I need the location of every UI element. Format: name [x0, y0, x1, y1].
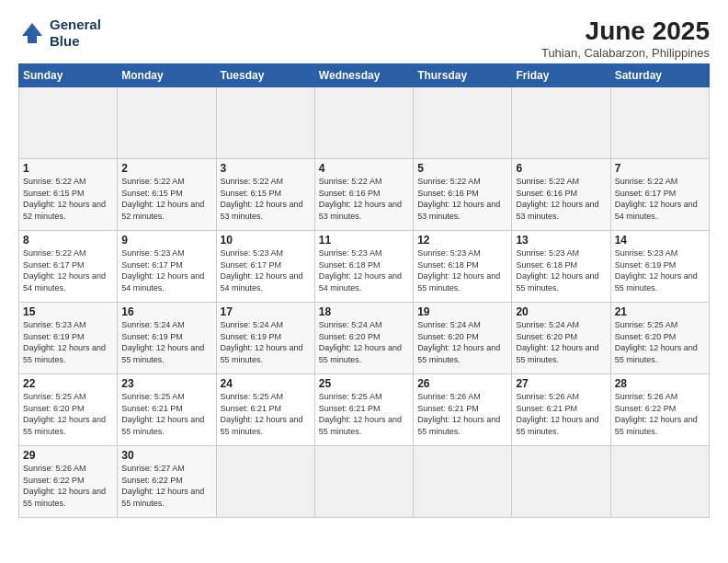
weekday-header: Sunday	[19, 64, 118, 87]
calendar-cell: 17Sunrise: 5:24 AMSunset: 6:19 PMDayligh…	[216, 303, 314, 374]
calendar-table: SundayMondayTuesdayWednesdayThursdayFrid…	[18, 63, 710, 518]
calendar-cell	[314, 87, 413, 159]
calendar-cell: 12Sunrise: 5:23 AMSunset: 6:18 PMDayligh…	[414, 231, 512, 303]
calendar-cell	[216, 87, 314, 159]
calendar-cell: 14Sunrise: 5:23 AMSunset: 6:19 PMDayligh…	[610, 231, 709, 303]
cell-info: Sunrise: 5:25 AMSunset: 6:20 PMDaylight:…	[23, 391, 113, 437]
day-number: 17	[221, 305, 311, 318]
calendar-cell: 25Sunrise: 5:25 AMSunset: 6:21 PMDayligh…	[314, 374, 413, 446]
calendar-cell: 6Sunrise: 5:22 AMSunset: 6:16 PMDaylight…	[512, 159, 610, 231]
calendar-cell: 29Sunrise: 5:26 AMSunset: 6:22 PMDayligh…	[19, 446, 118, 518]
calendar-cell: 16Sunrise: 5:24 AMSunset: 6:19 PMDayligh…	[118, 303, 216, 374]
day-number: 28	[615, 377, 705, 390]
cell-info: Sunrise: 5:22 AMSunset: 6:17 PMDaylight:…	[23, 247, 113, 293]
day-number: 25	[319, 377, 409, 390]
cell-info: Sunrise: 5:25 AMSunset: 6:20 PMDaylight:…	[615, 319, 705, 365]
header: General Blue June 2025 Tuhian, Calabarzo…	[18, 17, 710, 60]
calendar-cell	[216, 446, 314, 518]
calendar-cell: 8Sunrise: 5:22 AMSunset: 6:17 PMDaylight…	[19, 231, 118, 303]
calendar-cell: 26Sunrise: 5:26 AMSunset: 6:21 PMDayligh…	[414, 374, 512, 446]
weekday-header: Thursday	[414, 64, 512, 87]
calendar-cell: 18Sunrise: 5:24 AMSunset: 6:20 PMDayligh…	[314, 303, 413, 374]
calendar-cell: 24Sunrise: 5:25 AMSunset: 6:21 PMDayligh…	[216, 374, 314, 446]
day-number: 8	[23, 234, 113, 247]
calendar-week: 22Sunrise: 5:25 AMSunset: 6:20 PMDayligh…	[19, 374, 710, 446]
day-number: 18	[319, 305, 409, 318]
calendar-week: 1Sunrise: 5:22 AMSunset: 6:15 PMDaylight…	[19, 159, 710, 231]
cell-info: Sunrise: 5:26 AMSunset: 6:21 PMDaylight:…	[516, 391, 606, 437]
calendar-cell: 15Sunrise: 5:23 AMSunset: 6:19 PMDayligh…	[19, 303, 118, 374]
day-number: 13	[516, 234, 606, 247]
calendar-cell: 20Sunrise: 5:24 AMSunset: 6:20 PMDayligh…	[512, 303, 610, 374]
day-number: 9	[121, 234, 211, 247]
day-number: 23	[121, 377, 211, 390]
day-number: 5	[417, 162, 507, 175]
cell-info: Sunrise: 5:23 AMSunset: 6:19 PMDaylight:…	[615, 247, 705, 293]
cell-info: Sunrise: 5:22 AMSunset: 6:16 PMDaylight:…	[516, 176, 606, 222]
cell-info: Sunrise: 5:24 AMSunset: 6:20 PMDaylight:…	[516, 319, 606, 365]
calendar-cell: 2Sunrise: 5:22 AMSunset: 6:15 PMDaylight…	[118, 159, 216, 231]
calendar-cell: 19Sunrise: 5:24 AMSunset: 6:20 PMDayligh…	[414, 303, 512, 374]
day-number: 6	[516, 162, 606, 175]
calendar-week: 15Sunrise: 5:23 AMSunset: 6:19 PMDayligh…	[19, 303, 710, 374]
calendar-cell: 30Sunrise: 5:27 AMSunset: 6:22 PMDayligh…	[118, 446, 216, 518]
cell-info: Sunrise: 5:22 AMSunset: 6:15 PMDaylight:…	[23, 176, 113, 222]
day-number: 10	[221, 234, 311, 247]
calendar-cell: 4Sunrise: 5:22 AMSunset: 6:16 PMDaylight…	[314, 159, 413, 231]
day-number: 26	[417, 377, 507, 390]
calendar-cell	[314, 446, 413, 518]
calendar-cell: 21Sunrise: 5:25 AMSunset: 6:20 PMDayligh…	[610, 303, 709, 374]
cell-info: Sunrise: 5:23 AMSunset: 6:17 PMDaylight:…	[121, 247, 211, 293]
day-number: 19	[417, 305, 507, 318]
day-number: 20	[516, 305, 606, 318]
cell-info: Sunrise: 5:24 AMSunset: 6:19 PMDaylight:…	[121, 319, 211, 365]
cell-info: Sunrise: 5:23 AMSunset: 6:18 PMDaylight:…	[417, 247, 507, 293]
calendar-cell: 22Sunrise: 5:25 AMSunset: 6:20 PMDayligh…	[19, 374, 118, 446]
calendar-cell: 28Sunrise: 5:26 AMSunset: 6:22 PMDayligh…	[610, 374, 709, 446]
cell-info: Sunrise: 5:22 AMSunset: 6:15 PMDaylight:…	[221, 176, 311, 222]
logo-line1: General	[50, 17, 101, 33]
cell-info: Sunrise: 5:22 AMSunset: 6:16 PMDaylight:…	[417, 176, 507, 222]
calendar-week: 29Sunrise: 5:26 AMSunset: 6:22 PMDayligh…	[19, 446, 710, 518]
calendar-cell: 9Sunrise: 5:23 AMSunset: 6:17 PMDaylight…	[118, 231, 216, 303]
day-number: 22	[23, 377, 113, 390]
day-number: 16	[121, 305, 211, 318]
calendar-cell	[512, 446, 610, 518]
calendar-cell	[610, 446, 709, 518]
cell-info: Sunrise: 5:23 AMSunset: 6:19 PMDaylight:…	[23, 319, 113, 365]
weekday-header: Wednesday	[314, 64, 413, 87]
weekday-header: Saturday	[610, 64, 709, 87]
cell-info: Sunrise: 5:26 AMSunset: 6:21 PMDaylight:…	[417, 391, 507, 437]
cell-info: Sunrise: 5:25 AMSunset: 6:21 PMDaylight:…	[221, 391, 311, 437]
cell-info: Sunrise: 5:23 AMSunset: 6:18 PMDaylight:…	[516, 247, 606, 293]
cell-info: Sunrise: 5:23 AMSunset: 6:18 PMDaylight:…	[319, 247, 409, 293]
calendar-page: General Blue June 2025 Tuhian, Calabarzo…	[0, 0, 728, 563]
cell-info: Sunrise: 5:23 AMSunset: 6:17 PMDaylight:…	[221, 247, 311, 293]
calendar-cell	[610, 87, 709, 159]
calendar-cell: 13Sunrise: 5:23 AMSunset: 6:18 PMDayligh…	[512, 231, 610, 303]
cell-info: Sunrise: 5:26 AMSunset: 6:22 PMDaylight:…	[615, 391, 705, 437]
weekday-header: Tuesday	[216, 64, 314, 87]
calendar-cell: 3Sunrise: 5:22 AMSunset: 6:15 PMDaylight…	[216, 159, 314, 231]
day-number: 29	[23, 449, 113, 462]
day-number: 30	[121, 449, 211, 462]
cell-info: Sunrise: 5:25 AMSunset: 6:21 PMDaylight:…	[121, 391, 211, 437]
cell-info: Sunrise: 5:25 AMSunset: 6:21 PMDaylight:…	[319, 391, 409, 437]
calendar-cell: 5Sunrise: 5:22 AMSunset: 6:16 PMDaylight…	[414, 159, 512, 231]
calendar-cell: 1Sunrise: 5:22 AMSunset: 6:15 PMDaylight…	[19, 159, 118, 231]
logo-icon	[18, 19, 46, 47]
calendar-cell: 7Sunrise: 5:22 AMSunset: 6:17 PMDaylight…	[610, 159, 709, 231]
logo-text: General Blue	[50, 17, 101, 50]
cell-info: Sunrise: 5:22 AMSunset: 6:15 PMDaylight:…	[121, 176, 211, 222]
calendar-week	[19, 87, 710, 159]
logo: General Blue	[18, 17, 101, 50]
weekday-header: Monday	[118, 64, 216, 87]
month-title: June 2025	[541, 17, 710, 46]
cell-info: Sunrise: 5:24 AMSunset: 6:20 PMDaylight:…	[319, 319, 409, 365]
calendar-cell	[414, 87, 512, 159]
calendar-cell: 27Sunrise: 5:26 AMSunset: 6:21 PMDayligh…	[512, 374, 610, 446]
calendar-cell: 10Sunrise: 5:23 AMSunset: 6:17 PMDayligh…	[216, 231, 314, 303]
location: Tuhian, Calabarzon, Philippines	[541, 46, 710, 60]
cell-info: Sunrise: 5:27 AMSunset: 6:22 PMDaylight:…	[121, 463, 211, 509]
day-number: 1	[23, 162, 113, 175]
